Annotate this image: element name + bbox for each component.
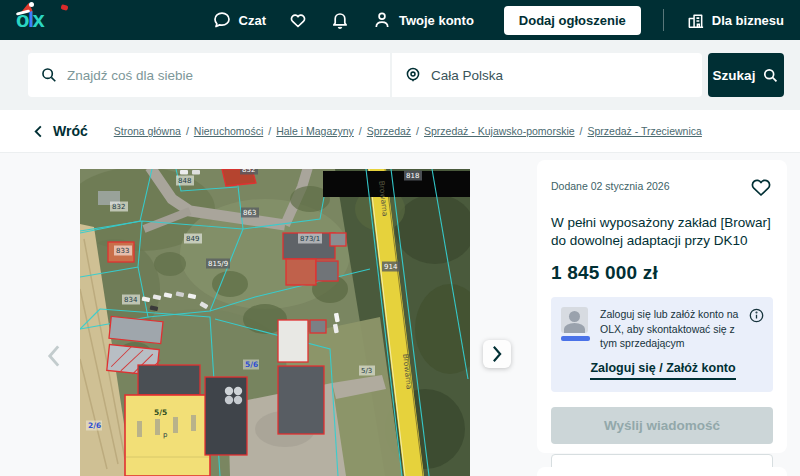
next-card-stub: [537, 467, 787, 476]
svg-text:834: 834: [124, 296, 138, 304]
breadcrumb-separator: /: [186, 125, 189, 137]
post-ad-button[interactable]: Dodaj ogłoszenie: [504, 6, 641, 35]
breadcrumb-separator: /: [268, 125, 271, 137]
favorites-button[interactable]: [288, 10, 308, 30]
favorite-listing-button[interactable]: [749, 176, 773, 201]
svg-text:833: 833: [116, 247, 129, 255]
svg-text:832: 832: [112, 203, 125, 211]
chat-bubble-icon: [212, 10, 232, 30]
search-input[interactable]: [67, 68, 378, 83]
heart-icon: [749, 176, 773, 198]
chat-label: Czat: [239, 13, 266, 28]
breadcrumb-separator: /: [580, 125, 583, 137]
breadcrumb-bar: Wróć Strona główna / Nieruchomości / Hal…: [0, 110, 800, 153]
chevron-left-icon: [45, 344, 63, 368]
svg-text:863: 863: [243, 209, 256, 217]
svg-text:p: p: [163, 431, 168, 439]
chevron-left-icon: [32, 125, 45, 138]
search-submit-button[interactable]: Szukaj: [708, 53, 784, 97]
notifications-button[interactable]: [330, 10, 350, 30]
logo-letter-x: x: [33, 9, 44, 31]
svg-text:815/9: 815/9: [208, 260, 228, 268]
listing-summary-card: Dodane 02 stycznia 2026 W pełni wyposażo…: [537, 160, 787, 453]
svg-text:2/6: 2/6: [88, 421, 101, 430]
svg-text:818: 818: [406, 172, 419, 180]
breadcrumb-home[interactable]: Strona główna: [114, 125, 181, 137]
listing-date-row: Dodane 02 stycznia 2026: [551, 176, 773, 201]
building-icon: [686, 11, 705, 30]
location-field[interactable]: Cała Polska: [392, 53, 702, 97]
search-section: Cała Polska Szukaj: [0, 40, 800, 110]
listing-price: 1 845 000 zł: [551, 262, 773, 284]
search-field-wrap: [28, 53, 390, 97]
seller-name-blurred-bar: [561, 336, 590, 341]
gift-bow-icon: [60, 4, 68, 11]
svg-text:873/1: 873/1: [300, 235, 320, 243]
svg-text:914: 914: [384, 263, 398, 271]
svg-text:848: 848: [178, 177, 191, 185]
breadcrumb-trzeciewnica[interactable]: Sprzedaż - Trzeciewnica: [588, 125, 702, 137]
info-icon[interactable]: [749, 307, 765, 351]
breadcrumb-hale-magazyny[interactable]: Hale i Magazyny: [276, 125, 354, 137]
back-button[interactable]: Wróć: [32, 123, 88, 139]
location-pin-icon: [404, 66, 422, 84]
login-prompt-text: Zaloguj się lub załóż konto na OLX, aby …: [600, 307, 740, 351]
breadcrumb-separator: /: [416, 125, 419, 137]
chevron-right-icon: [490, 345, 504, 363]
for-business-button[interactable]: Dla biznesu: [686, 11, 784, 30]
login-prompt-box: Zaloguj się lub załóż konto na OLX, aby …: [551, 297, 773, 392]
seller-avatar-blurred: [561, 307, 591, 351]
search-submit-label: Szukaj: [713, 68, 756, 83]
svg-text:5/6: 5/6: [245, 360, 258, 369]
business-label: Dla biznesu: [712, 13, 784, 28]
gallery-next-button[interactable]: [483, 340, 511, 368]
map-redacted-area: [323, 171, 470, 197]
back-label: Wróć: [53, 123, 88, 139]
olx-logo[interactable]: o l x: [16, 5, 74, 35]
header-divider: [663, 9, 664, 31]
svg-text:852: 852: [242, 169, 255, 174]
bell-icon: [330, 10, 350, 30]
breadcrumb-kujawsko-pomorskie[interactable]: Sprzedaż - Kujawsko-pomorskie: [424, 125, 575, 137]
breadcrumb-nieruchomosci[interactable]: Nieruchomości: [194, 125, 263, 137]
person-icon: [372, 10, 392, 30]
account-label: Twoje konto: [399, 13, 474, 28]
search-submit-icon: [762, 67, 779, 84]
chat-button[interactable]: Czat: [212, 10, 266, 30]
breadcrumb-sprzedaz[interactable]: Sprzedaż: [367, 125, 411, 137]
listing-title: W pełni wyposażony zakład [Browar] do do…: [551, 214, 773, 249]
svg-text:5/3: 5/3: [361, 367, 372, 375]
heart-icon: [288, 10, 308, 30]
account-button[interactable]: Twoje konto: [372, 10, 474, 30]
listing-photo-cadastral-map[interactable]: Browarna Browarna 848 852 818 832 863 84…: [80, 169, 470, 476]
svg-text:849: 849: [186, 235, 199, 243]
posted-date: Dodane 02 stycznia 2026: [551, 176, 670, 192]
header-actions: Czat Twoje konto Dodaj ogłos: [212, 6, 784, 35]
location-value: Cała Polska: [431, 68, 503, 83]
send-message-button[interactable]: Wyślij wiadomość: [551, 407, 773, 444]
search-icon: [40, 66, 58, 84]
olx-listing-page: o l x Czat: [0, 0, 800, 476]
top-navigation-bar: o l x Czat: [0, 0, 800, 40]
santa-hat-pom: [29, 2, 34, 7]
login-register-link[interactable]: Zaloguj się / Załóż konto: [590, 361, 735, 380]
breadcrumb-separator: /: [359, 125, 362, 137]
svg-text:5/5: 5/5: [154, 408, 167, 417]
breadcrumb: Strona główna / Nieruchomości / Hale i M…: [114, 125, 702, 137]
gallery-prev-button[interactable]: [42, 342, 66, 370]
